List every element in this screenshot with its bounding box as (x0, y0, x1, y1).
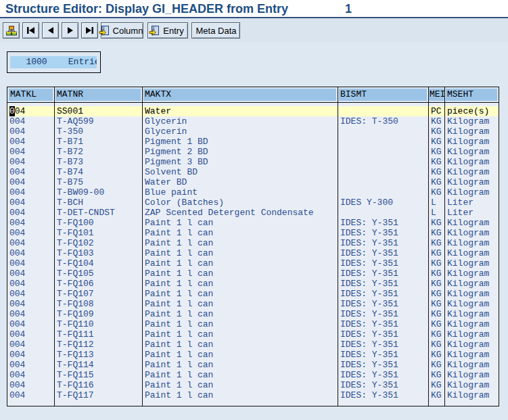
column-header-label: MATNR (55, 89, 141, 101)
cell-mei: KG (428, 228, 444, 238)
cell-matkl: 004 (7, 258, 54, 269)
table-row[interactable]: 004T-FQ114Paint 1 l canIDES: Y-351KGKilo… (7, 360, 499, 370)
cell-maktx: Glycerin (142, 126, 338, 137)
cell-matkl: 004 (7, 269, 54, 279)
table-row[interactable]: 004T-FQ107Paint 1 l canIDES: Y-351KGKilo… (7, 289, 499, 299)
table-row[interactable]: 004T-FQ113Paint 1 l canIDES: Y-351KGKilo… (7, 350, 499, 360)
cell-mei: L (428, 208, 444, 218)
cell-bismt: IDES: Y-351 (338, 329, 428, 340)
table-row[interactable]: 004T-FQ106Paint 1 l canIDES: Y-351KGKilo… (7, 279, 499, 289)
cell-mseht: Kilogram (444, 228, 499, 238)
table-row[interactable]: 004T-B73Pigment 3 BDKGKilogram (7, 157, 499, 167)
cell-mei: KG (428, 177, 444, 187)
cell-maktx: Paint 1 l can (142, 309, 338, 319)
first-entry-button[interactable] (22, 22, 39, 39)
cell-matkl: 004 (7, 340, 54, 350)
entries-count-field[interactable]: 1000 Entrie (10, 56, 97, 68)
table-row[interactable]: 004T-FQ112Paint 1 l canIDES: Y-351KGKilo… (7, 340, 499, 350)
table-row[interactable]: 004T-AQ599GlycerinIDES: T-350KGKilogram (7, 116, 499, 126)
table-row[interactable]: 004T-BCHColor (Batches)IDES Y-300LLiter (7, 197, 499, 208)
column-header-bismt[interactable]: BISMT (338, 87, 428, 102)
cell-mseht: Kilogram (444, 126, 499, 137)
table-row[interactable]: 004T-BW09-00Blue paintKGKilogram (7, 187, 499, 197)
title-bar: Structure Editor: Display GI_HEADER from… (0, 0, 508, 18)
last-entry-button[interactable] (81, 22, 98, 39)
table-row[interactable]: 004T-DET-CNDSTZAP Scented Detergent Cond… (7, 208, 499, 218)
cell-mseht: Kilogram (444, 289, 499, 299)
table-row[interactable]: 004SS001WaterPCpiece(s) (7, 106, 499, 116)
cell-bismt: IDES: Y-351 (338, 370, 428, 380)
table-row[interactable]: 004T-FQ103Paint 1 l canIDES: Y-351KGKilo… (7, 248, 499, 258)
cell-mei: KG (428, 350, 444, 360)
table-header-row: MATKLMATNRMAKTXBISMTMEIMSEHT (7, 87, 499, 103)
cell-maktx: Paint 1 l can (142, 360, 338, 370)
cell-matkl: 004 (7, 350, 54, 360)
table-row[interactable]: 004T-FQ101Paint 1 l canIDES: Y-351KGKilo… (7, 228, 499, 238)
cell-matkl: 004 (7, 228, 54, 238)
cell-maktx: Paint 1 l can (142, 248, 338, 258)
cell-mei: KG (428, 248, 444, 258)
hierarchy-button[interactable] (3, 22, 20, 39)
column-header-matkl[interactable]: MATKL (7, 87, 54, 102)
cell-mseht: Kilogram (444, 147, 499, 157)
cell-bismt: IDES: T-350 (338, 116, 428, 126)
column-header-matnr[interactable]: MATNR (54, 87, 142, 102)
cell-maktx: Solvent BD (142, 167, 338, 177)
cell-mei: KG (428, 157, 444, 167)
cell-mei: KG (428, 126, 444, 137)
table-row[interactable]: 004T-FQ117Paint 1 l canIDES: Y-351KGKilo… (7, 390, 499, 400)
cell-mei: KG (428, 309, 444, 319)
meta-data-button[interactable]: Meta Data (191, 22, 240, 39)
last-entry-icon (85, 26, 94, 34)
cell-mseht: Kilogram (444, 116, 499, 126)
table-row[interactable]: 004T-FQ100Paint 1 l canIDES: Y-351KGKilo… (7, 218, 499, 228)
column-divider (142, 87, 143, 406)
entry-button[interactable]: Entry (147, 22, 188, 39)
table-row[interactable]: 004T-350GlycerinKGKilogram (7, 126, 499, 137)
cell-matkl: 004 (7, 299, 54, 309)
cell-mseht: Kilogram (444, 360, 499, 370)
table-row[interactable]: 004T-FQ104Paint 1 l canIDES: Y-351KGKilo… (7, 258, 499, 269)
column-header-maktx[interactable]: MAKTX (142, 87, 338, 102)
table-row[interactable]: 004T-FQ110Paint 1 l canIDES: Y-351KGKilo… (7, 319, 499, 329)
cell-mei: KG (428, 279, 444, 289)
table-row[interactable]: 004T-FQ109Paint 1 l canIDES: Y-351KGKilo… (7, 309, 499, 319)
table-row[interactable]: 004T-FQ105Paint 1 l canIDES: Y-351KGKilo… (7, 269, 499, 279)
cell-matkl: 004 (7, 289, 54, 299)
column-header-mei[interactable]: MEI (428, 87, 444, 102)
cell-mei: KG (428, 137, 444, 147)
cell-matkl: 004 (7, 238, 54, 248)
cell-mei: KG (428, 319, 444, 329)
cell-matkl: 004 (7, 177, 54, 187)
cell-mseht: Kilogram (444, 299, 499, 309)
table-row[interactable]: 004T-FQ111Paint 1 l canIDES: Y-351KGKilo… (7, 329, 499, 340)
edit-cursor: 0 (9, 106, 15, 116)
next-entry-icon (67, 26, 74, 34)
cell-matkl: 004 (7, 208, 54, 218)
column-button[interactable]: Column (101, 22, 143, 39)
table-row[interactable]: 004T-FQ108Paint 1 l canIDES: Y-351KGKilo… (7, 299, 499, 309)
table-row[interactable]: 004T-B74Solvent BDKGKilogram (7, 167, 499, 177)
table-row[interactable]: 004T-FQ116Paint 1 l canIDES: Y-351KGKilo… (7, 380, 499, 390)
cell-bismt: IDES: Y-351 (338, 269, 428, 279)
cell-maktx: Water (142, 106, 338, 116)
cell-mei: KG (428, 258, 444, 269)
cell-maktx: Paint 1 l can (142, 258, 338, 269)
previous-entry-button[interactable] (42, 22, 59, 39)
cell-matkl: 004 (7, 309, 54, 319)
column-header-label: MEI (429, 89, 444, 101)
table-row[interactable]: 004T-B75Water BDKGKilogram (7, 177, 499, 187)
table-row[interactable]: 004T-FQ115Paint 1 l canIDES: Y-351KGKilo… (7, 370, 499, 380)
table-row[interactable]: 004T-FQ102Paint 1 l canIDES: Y-351KGKilo… (7, 238, 499, 248)
cell-mei: KG (428, 370, 444, 380)
table-row[interactable]: 004T-B71Pigment 1 BDKGKilogram (7, 137, 499, 147)
cell-matkl: 004 (7, 147, 54, 157)
next-entry-button[interactable] (62, 22, 78, 39)
table-row[interactable]: 004T-B72Pigment 2 BDKGKilogram (7, 147, 499, 157)
cell-mseht: Liter (444, 208, 499, 218)
cell-bismt: IDES: Y-351 (338, 319, 428, 329)
cell-mseht: Kilogram (444, 238, 499, 248)
column-header-mseht[interactable]: MSEHT (444, 87, 499, 102)
column-header-label: BISMT (339, 89, 427, 101)
cell-matnr: T-FQ103 (54, 248, 142, 258)
